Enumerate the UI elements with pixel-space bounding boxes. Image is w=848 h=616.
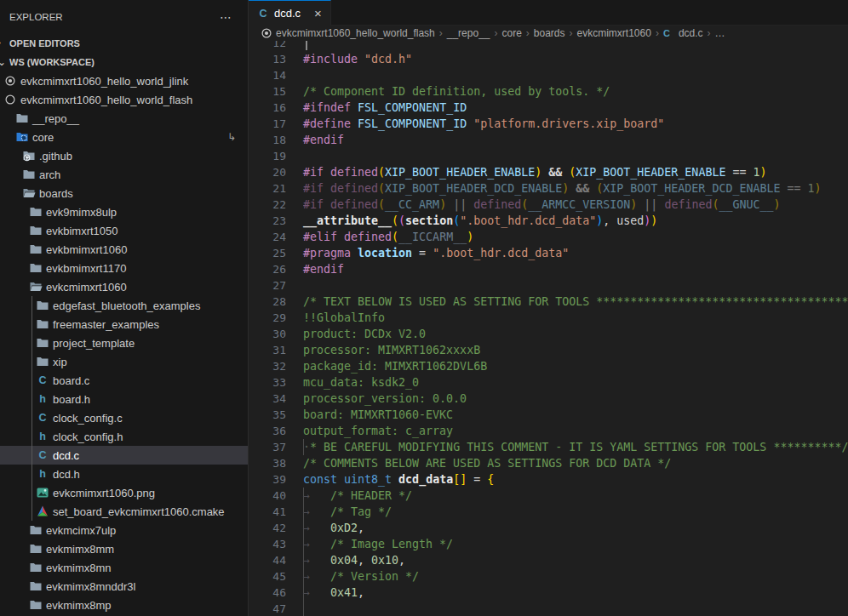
breadcrumb-item-label: boards bbox=[534, 27, 565, 39]
tree-item[interactable]: evkcmimxrt1060 bbox=[0, 277, 248, 296]
code-line[interactable]: 30product: DCDx V2.0 bbox=[249, 326, 848, 342]
code-line[interactable]: 17#define FSL_COMPONENT_ID "platform.dri… bbox=[249, 116, 848, 132]
code-line[interactable]: 27 bbox=[249, 277, 848, 294]
breadcrumb-item[interactable]: boards bbox=[534, 27, 565, 39]
breadcrumb-item[interactable]: evkcmimxrt1060_hello_world_flash bbox=[261, 27, 435, 39]
breadcrumb-item[interactable]: __repo__ bbox=[447, 27, 490, 39]
code-token: → bbox=[303, 568, 330, 585]
breadcrumb-item-label: … bbox=[715, 27, 725, 39]
code-line[interactable]: 22#if defined(__CC_ARM) || defined(__ARM… bbox=[249, 197, 848, 213]
tree-item[interactable]: evk9mimx8ulp bbox=[0, 202, 248, 221]
tree-item[interactable]: evkcmimxrt1060_hello_world_jlink bbox=[0, 71, 248, 90]
code-token: #ifndef bbox=[303, 101, 351, 114]
tree-item-label: evkmimx8mn bbox=[46, 562, 112, 574]
code-line[interactable]: 35board: MIMXRT1060-EVKC bbox=[249, 407, 848, 423]
open-editors-section[interactable]: › OPEN EDITORS bbox=[0, 34, 248, 53]
code-line[interactable]: 44→0x04, 0x10, bbox=[249, 552, 848, 568]
code-line[interactable]: 42→0xD2, bbox=[249, 520, 848, 536]
folder-icon bbox=[15, 111, 29, 125]
breadcrumb-item[interactable]: … bbox=[715, 27, 725, 39]
code-token: 0x04 bbox=[330, 554, 358, 567]
tree-item[interactable]: Cdcd.c bbox=[0, 446, 248, 465]
tree-item[interactable]: set_board_evkcmimxrt1060.cmake bbox=[0, 502, 248, 521]
line-number: 17 bbox=[249, 116, 286, 132]
file-h-icon: h bbox=[36, 467, 49, 481]
code-line[interactable]: 20#if defined(XIP_BOOT_HEADER_ENABLE) &&… bbox=[249, 164, 848, 180]
tree-item[interactable]: freemaster_examples bbox=[0, 315, 248, 334]
code-line[interactable]: 21#if defined(XIP_BOOT_HEADER_DCD_ENABLE… bbox=[249, 180, 848, 197]
tree-item[interactable]: evkmcimx7ulp bbox=[0, 521, 248, 539]
breadcrumb-item[interactable]: Cdcd.c bbox=[663, 27, 703, 39]
tree-item[interactable]: Cclock_config.c bbox=[0, 408, 248, 427]
code-line[interactable]: 45→/* Version */ bbox=[249, 568, 848, 585]
code-line[interactable]: 28/* TEXT BELOW IS USED AS SETTING FOR T… bbox=[249, 294, 848, 310]
breadcrumb-item[interactable]: evkcmimxrt1060 bbox=[577, 27, 651, 39]
tree-item-label: core bbox=[32, 131, 54, 144]
tree-item[interactable]: .github bbox=[0, 146, 248, 165]
line-number: 46 bbox=[249, 585, 286, 601]
breadcrumb: evkcmimxrt1060_hello_world_flash›__repo_… bbox=[249, 26, 848, 41]
tree-item[interactable]: __repo__ bbox=[0, 109, 248, 128]
tree-item[interactable]: evkmimx8mnddr3l bbox=[0, 577, 248, 596]
code-line[interactable]: 16#ifndef FSL_COMPONENT_ID bbox=[249, 100, 848, 116]
breadcrumb-item[interactable]: core bbox=[501, 27, 521, 39]
code-token: product: DCDx V2.0 bbox=[303, 328, 426, 340]
code-line[interactable]: 32package_id: MIMXRT1062DVL6B bbox=[249, 358, 848, 374]
tree-item[interactable]: boards bbox=[0, 184, 248, 202]
code-line[interactable]: 39const uint8_t dcd_data[] = { bbox=[249, 471, 848, 488]
code-line[interactable]: 38/* COMMENTS BELOW ARE USED AS SETTINGS… bbox=[249, 455, 848, 471]
editor-group: C dcd.c × evkcmimxrt1060_hello_world_fla… bbox=[248, 0, 848, 616]
tree-item[interactable]: hboard.h bbox=[0, 390, 248, 408]
code-line[interactable]: 36output_format: c_array bbox=[249, 423, 848, 439]
code-line[interactable]: 19 bbox=[249, 148, 848, 164]
code-line[interactable]: 34processor_version: 0.0.0 bbox=[249, 391, 848, 407]
breadcrumb-item-label: evkcmimxrt1060 bbox=[577, 27, 651, 39]
code-token: const bbox=[303, 473, 337, 486]
tree-item[interactable]: arch bbox=[0, 165, 248, 184]
more-actions-icon[interactable]: ⋯ bbox=[220, 10, 232, 24]
tree-item[interactable]: evkbimxrt1050 bbox=[0, 221, 248, 240]
code-line[interactable]: 41→/* Tag */ bbox=[249, 504, 848, 520]
code-editor[interactable]: 1213#include "dcd.h"1415/* Component ID … bbox=[249, 41, 848, 616]
code-line[interactable]: 18#endif bbox=[249, 132, 848, 148]
code-line[interactable]: 31processor: MIMXRT1062xxxxB bbox=[249, 342, 848, 358]
tree-item[interactable]: evkbmimxrt1170 bbox=[0, 259, 248, 277]
code-line[interactable]: 33mcu_data: ksdk2_0 bbox=[249, 374, 848, 391]
code-line[interactable]: 12 bbox=[249, 41, 848, 51]
workspace-section[interactable]: ⌄ WS (WORKSPACE) bbox=[0, 53, 248, 71]
code-line[interactable]: 46→0x41, bbox=[249, 585, 848, 601]
tree-item[interactable]: xip bbox=[0, 352, 248, 371]
line-number: 30 bbox=[249, 326, 286, 342]
code-line[interactable]: 25#pragma location = ".boot_hdr.dcd_data… bbox=[249, 245, 848, 261]
tab-dcd-c[interactable]: C dcd.c × bbox=[249, 0, 331, 26]
tree-item[interactable]: project_template bbox=[0, 334, 248, 352]
tree-item[interactable]: Cboard.c bbox=[0, 371, 248, 390]
tree-item[interactable]: evkmimx8mm bbox=[0, 539, 248, 558]
code-token: == bbox=[780, 182, 807, 195]
tree-item[interactable]: evkbmimxrt1060 bbox=[0, 240, 248, 259]
tree-item[interactable]: hdcd.h bbox=[0, 465, 248, 483]
close-icon[interactable]: × bbox=[312, 7, 324, 20]
tree-item[interactable]: evkmimx8mn bbox=[0, 558, 248, 577]
code-line[interactable]: 26#endif bbox=[249, 261, 848, 277]
tree-item[interactable]: evkcmimxrt1060.png bbox=[0, 483, 248, 502]
code-line[interactable]: 23__attribute__((section(".boot_hdr.dcd_… bbox=[249, 213, 848, 229]
code-line[interactable]: 47 bbox=[249, 601, 848, 616]
tree-item[interactable]: evkmimx8mp bbox=[0, 596, 248, 614]
tree-item-label: evk9mimx8ulp bbox=[46, 206, 117, 219]
tree-item-label: boards bbox=[39, 187, 73, 200]
code-token: mcu_data: ksdk2_0 bbox=[303, 376, 419, 389]
code-line[interactable]: 24#elif defined(__ICCARM__) bbox=[249, 229, 848, 245]
tree-item[interactable]: core↳ bbox=[0, 128, 248, 146]
code-line[interactable]: 14 bbox=[249, 67, 848, 83]
code-line[interactable]: 29!!GlobalInfo bbox=[249, 310, 848, 326]
chevron-right-icon: › bbox=[0, 37, 8, 48]
code-line[interactable]: 43→/* Image Length */ bbox=[249, 536, 848, 552]
tree-item[interactable]: hclock_config.h bbox=[0, 427, 248, 446]
code-line[interactable]: 40→/* HEADER */ bbox=[249, 488, 848, 504]
tree-item[interactable]: edgefast_bluetooth_examples bbox=[0, 296, 248, 315]
code-line[interactable]: 15/* Component ID definition, used by to… bbox=[249, 83, 848, 100]
tree-item[interactable]: evkcmimxrt1060_hello_world_flash bbox=[0, 90, 248, 109]
code-line[interactable]: 37·* BE CAREFUL MODIFYING THIS COMMENT -… bbox=[249, 439, 848, 455]
code-line[interactable]: 13#include "dcd.h" bbox=[249, 51, 848, 67]
